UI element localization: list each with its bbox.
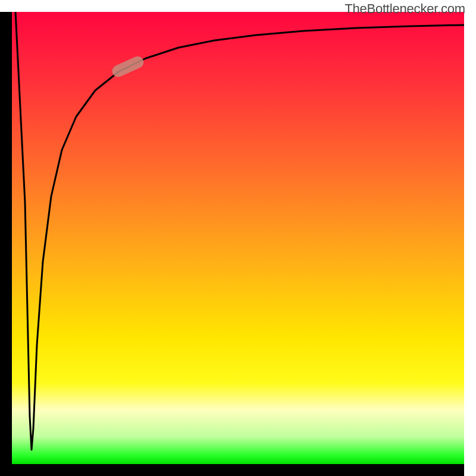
gradient-background	[12, 12, 464, 464]
attribution-text: TheBottlenecker.com	[345, 1, 465, 17]
x-axis-bar	[12, 464, 464, 476]
plot-area	[12, 12, 464, 464]
chart-stage: TheBottlenecker.com	[0, 0, 476, 476]
y-axis-bar	[0, 12, 12, 464]
axis-origin-corner	[0, 464, 12, 476]
